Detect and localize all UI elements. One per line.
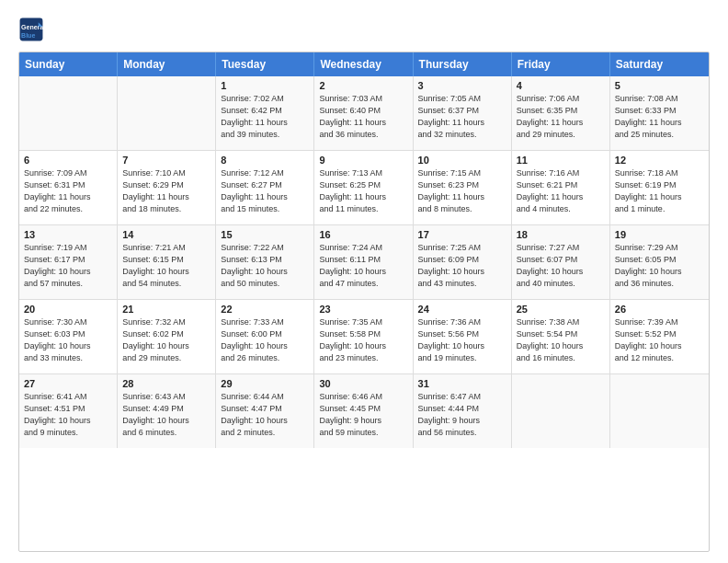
day-number: 31 bbox=[418, 378, 506, 389]
day-info: Sunrise: 7:10 AMSunset: 6:29 PMDaylight:… bbox=[122, 167, 210, 215]
day-info: Sunrise: 7:09 AMSunset: 6:31 PMDaylight:… bbox=[24, 167, 112, 215]
day-cell-23: 23Sunrise: 7:35 AMSunset: 5:58 PMDayligh… bbox=[314, 300, 413, 373]
day-info: Sunrise: 6:43 AMSunset: 4:49 PMDaylight:… bbox=[122, 391, 210, 439]
day-info: Sunrise: 7:02 AMSunset: 6:42 PMDaylight:… bbox=[221, 93, 309, 141]
day-info: Sunrise: 7:21 AMSunset: 6:15 PMDaylight:… bbox=[122, 242, 210, 290]
day-number: 4 bbox=[517, 80, 605, 91]
calendar-row: 27Sunrise: 6:41 AMSunset: 4:51 PMDayligh… bbox=[19, 373, 709, 448]
day-cell-6: 6Sunrise: 7:09 AMSunset: 6:31 PMDaylight… bbox=[19, 151, 118, 224]
header: General Blue bbox=[18, 17, 710, 42]
day-info: Sunrise: 7:27 AMSunset: 6:07 PMDaylight:… bbox=[517, 242, 605, 290]
day-cell-4: 4Sunrise: 7:06 AMSunset: 6:35 PMDaylight… bbox=[512, 76, 610, 150]
day-number: 9 bbox=[319, 155, 407, 166]
day-number: 24 bbox=[418, 304, 506, 315]
day-number: 21 bbox=[122, 304, 210, 315]
day-number: 8 bbox=[221, 155, 309, 166]
day-number: 20 bbox=[24, 304, 112, 315]
day-number: 26 bbox=[615, 304, 704, 315]
page: General Blue SundayMondayTuesdayWednesda… bbox=[0, 0, 728, 563]
day-info: Sunrise: 7:15 AMSunset: 6:23 PMDaylight:… bbox=[418, 167, 506, 215]
day-number: 10 bbox=[418, 155, 506, 166]
day-info: Sunrise: 7:32 AMSunset: 6:02 PMDaylight:… bbox=[122, 316, 210, 364]
day-number: 1 bbox=[221, 80, 309, 91]
day-cell-18: 18Sunrise: 7:27 AMSunset: 6:07 PMDayligh… bbox=[512, 225, 610, 299]
day-info: Sunrise: 7:35 AMSunset: 5:58 PMDaylight:… bbox=[319, 316, 407, 364]
weekday-header-friday: Friday bbox=[512, 52, 610, 76]
day-info: Sunrise: 6:41 AMSunset: 4:51 PMDaylight:… bbox=[24, 391, 112, 439]
day-info: Sunrise: 7:38 AMSunset: 5:54 PMDaylight:… bbox=[517, 316, 605, 364]
day-number: 30 bbox=[319, 378, 407, 389]
day-info: Sunrise: 7:29 AMSunset: 6:05 PMDaylight:… bbox=[615, 242, 704, 290]
day-info: Sunrise: 7:13 AMSunset: 6:25 PMDaylight:… bbox=[319, 167, 407, 215]
empty-cell bbox=[610, 374, 709, 448]
day-cell-19: 19Sunrise: 7:29 AMSunset: 6:05 PMDayligh… bbox=[610, 225, 709, 299]
day-cell-30: 30Sunrise: 6:46 AMSunset: 4:45 PMDayligh… bbox=[314, 374, 413, 448]
day-cell-25: 25Sunrise: 7:38 AMSunset: 5:54 PMDayligh… bbox=[512, 300, 610, 373]
day-info: Sunrise: 7:39 AMSunset: 5:52 PMDaylight:… bbox=[615, 316, 704, 364]
day-number: 16 bbox=[319, 229, 407, 240]
day-cell-31: 31Sunrise: 6:47 AMSunset: 4:44 PMDayligh… bbox=[414, 374, 512, 448]
day-cell-22: 22Sunrise: 7:33 AMSunset: 6:00 PMDayligh… bbox=[216, 300, 314, 373]
day-number: 17 bbox=[418, 229, 506, 240]
day-number: 7 bbox=[122, 155, 210, 166]
calendar: SundayMondayTuesdayWednesdayThursdayFrid… bbox=[18, 52, 710, 552]
day-cell-21: 21Sunrise: 7:32 AMSunset: 6:02 PMDayligh… bbox=[118, 300, 216, 373]
weekday-header-tuesday: Tuesday bbox=[216, 52, 314, 76]
logo-icon: General Blue bbox=[18, 17, 44, 42]
day-number: 27 bbox=[24, 378, 112, 389]
weekday-header-saturday: Saturday bbox=[610, 52, 709, 76]
day-cell-7: 7Sunrise: 7:10 AMSunset: 6:29 PMDaylight… bbox=[118, 151, 216, 224]
day-info: Sunrise: 7:33 AMSunset: 6:00 PMDaylight:… bbox=[221, 316, 309, 364]
day-info: Sunrise: 6:46 AMSunset: 4:45 PMDaylight:… bbox=[319, 391, 407, 439]
day-cell-15: 15Sunrise: 7:22 AMSunset: 6:13 PMDayligh… bbox=[216, 225, 314, 299]
day-info: Sunrise: 7:30 AMSunset: 6:03 PMDaylight:… bbox=[24, 316, 112, 364]
day-cell-29: 29Sunrise: 6:44 AMSunset: 4:47 PMDayligh… bbox=[216, 374, 314, 448]
day-info: Sunrise: 7:36 AMSunset: 5:56 PMDaylight:… bbox=[418, 316, 506, 364]
day-cell-24: 24Sunrise: 7:36 AMSunset: 5:56 PMDayligh… bbox=[414, 300, 512, 373]
day-number: 13 bbox=[24, 229, 112, 240]
day-cell-2: 2Sunrise: 7:03 AMSunset: 6:40 PMDaylight… bbox=[314, 76, 413, 150]
day-info: Sunrise: 7:06 AMSunset: 6:35 PMDaylight:… bbox=[517, 93, 605, 141]
empty-cell bbox=[512, 374, 610, 448]
day-cell-3: 3Sunrise: 7:05 AMSunset: 6:37 PMDaylight… bbox=[414, 76, 512, 150]
day-cell-11: 11Sunrise: 7:16 AMSunset: 6:21 PMDayligh… bbox=[512, 151, 610, 224]
logo: General Blue bbox=[18, 17, 44, 42]
day-cell-20: 20Sunrise: 7:30 AMSunset: 6:03 PMDayligh… bbox=[19, 300, 118, 373]
day-info: Sunrise: 7:05 AMSunset: 6:37 PMDaylight:… bbox=[418, 93, 506, 141]
empty-cell bbox=[19, 76, 118, 150]
day-number: 18 bbox=[517, 229, 605, 240]
day-cell-9: 9Sunrise: 7:13 AMSunset: 6:25 PMDaylight… bbox=[314, 151, 413, 224]
weekday-header-sunday: Sunday bbox=[19, 52, 118, 76]
calendar-row: 20Sunrise: 7:30 AMSunset: 6:03 PMDayligh… bbox=[19, 299, 709, 373]
day-cell-28: 28Sunrise: 6:43 AMSunset: 4:49 PMDayligh… bbox=[118, 374, 216, 448]
weekday-header-monday: Monday bbox=[118, 52, 216, 76]
day-cell-1: 1Sunrise: 7:02 AMSunset: 6:42 PMDaylight… bbox=[216, 76, 314, 150]
day-cell-27: 27Sunrise: 6:41 AMSunset: 4:51 PMDayligh… bbox=[19, 374, 118, 448]
day-cell-14: 14Sunrise: 7:21 AMSunset: 6:15 PMDayligh… bbox=[118, 225, 216, 299]
day-number: 14 bbox=[122, 229, 210, 240]
empty-cell bbox=[118, 76, 216, 150]
day-cell-12: 12Sunrise: 7:18 AMSunset: 6:19 PMDayligh… bbox=[610, 151, 709, 224]
day-cell-26: 26Sunrise: 7:39 AMSunset: 5:52 PMDayligh… bbox=[610, 300, 709, 373]
day-number: 12 bbox=[615, 155, 704, 166]
day-info: Sunrise: 7:12 AMSunset: 6:27 PMDaylight:… bbox=[221, 167, 309, 215]
day-number: 23 bbox=[319, 304, 407, 315]
day-info: Sunrise: 7:22 AMSunset: 6:13 PMDaylight:… bbox=[221, 242, 309, 290]
calendar-header: SundayMondayTuesdayWednesdayThursdayFrid… bbox=[19, 52, 709, 76]
day-number: 5 bbox=[615, 80, 704, 91]
weekday-header-wednesday: Wednesday bbox=[314, 52, 413, 76]
day-number: 22 bbox=[221, 304, 309, 315]
calendar-body: 1Sunrise: 7:02 AMSunset: 6:42 PMDaylight… bbox=[19, 76, 709, 448]
day-info: Sunrise: 7:03 AMSunset: 6:40 PMDaylight:… bbox=[319, 93, 407, 141]
day-number: 11 bbox=[517, 155, 605, 166]
day-info: Sunrise: 7:24 AMSunset: 6:11 PMDaylight:… bbox=[319, 242, 407, 290]
svg-text:Blue: Blue bbox=[21, 32, 35, 39]
day-info: Sunrise: 7:18 AMSunset: 6:19 PMDaylight:… bbox=[615, 167, 704, 215]
day-info: Sunrise: 7:16 AMSunset: 6:21 PMDaylight:… bbox=[517, 167, 605, 215]
day-number: 29 bbox=[221, 378, 309, 389]
day-info: Sunrise: 7:25 AMSunset: 6:09 PMDaylight:… bbox=[418, 242, 506, 290]
day-number: 28 bbox=[122, 378, 210, 389]
day-number: 15 bbox=[221, 229, 309, 240]
day-number: 3 bbox=[418, 80, 506, 91]
day-number: 6 bbox=[24, 155, 112, 166]
